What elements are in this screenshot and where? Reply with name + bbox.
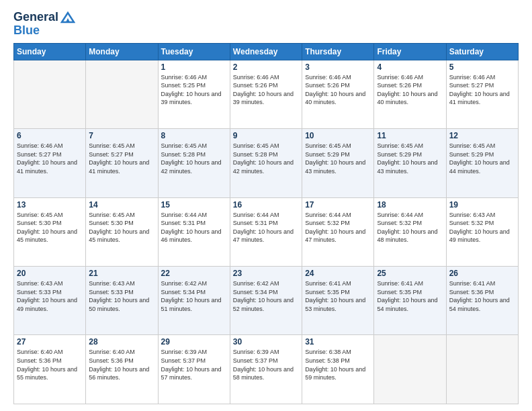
calendar-cell: 29Sunrise: 6:39 AMSunset: 5:37 PMDayligh… xyxy=(158,335,230,404)
day-info: Sunrise: 6:44 AMSunset: 5:31 PMDaylight:… xyxy=(233,211,299,244)
day-number: 8 xyxy=(161,131,227,140)
calendar-cell: 17Sunrise: 6:44 AMSunset: 5:32 PMDayligh… xyxy=(302,197,374,266)
weekday-header-thursday: Thursday xyxy=(302,43,374,60)
calendar-cell xyxy=(446,335,518,404)
calendar-table: SundayMondayTuesdayWednesdayThursdayFrid… xyxy=(13,43,519,404)
weekday-header-friday: Friday xyxy=(374,43,446,60)
calendar-cell: 19Sunrise: 6:43 AMSunset: 5:32 PMDayligh… xyxy=(446,197,518,266)
day-info: Sunrise: 6:45 AMSunset: 5:27 PMDaylight:… xyxy=(89,142,154,175)
day-number: 26 xyxy=(449,269,515,278)
calendar-week-row: 1Sunrise: 6:46 AMSunset: 5:25 PMDaylight… xyxy=(14,60,519,128)
day-number: 31 xyxy=(305,337,371,347)
calendar-cell: 7Sunrise: 6:45 AMSunset: 5:27 PMDaylight… xyxy=(86,129,158,197)
logo-general: General xyxy=(13,11,58,24)
calendar-cell: 2Sunrise: 6:46 AMSunset: 5:26 PMDaylight… xyxy=(230,60,302,128)
day-number: 4 xyxy=(377,62,443,72)
day-info: Sunrise: 6:43 AMSunset: 5:33 PMDaylight:… xyxy=(89,279,154,313)
calendar-cell: 9Sunrise: 6:45 AMSunset: 5:28 PMDaylight… xyxy=(230,129,302,197)
calendar-cell: 28Sunrise: 6:40 AMSunset: 5:36 PMDayligh… xyxy=(86,335,158,404)
day-info: Sunrise: 6:46 AMSunset: 5:27 PMDaylight:… xyxy=(17,142,83,175)
calendar-cell: 23Sunrise: 6:42 AMSunset: 5:34 PMDayligh… xyxy=(230,267,302,335)
day-info: Sunrise: 6:46 AMSunset: 5:26 PMDaylight:… xyxy=(305,73,371,107)
calendar-cell xyxy=(374,335,446,404)
day-number: 5 xyxy=(449,62,515,72)
calendar-cell: 14Sunrise: 6:45 AMSunset: 5:30 PMDayligh… xyxy=(86,197,158,266)
day-number: 19 xyxy=(449,200,515,210)
day-info: Sunrise: 6:42 AMSunset: 5:34 PMDaylight:… xyxy=(161,279,227,313)
day-info: Sunrise: 6:39 AMSunset: 5:37 PMDaylight:… xyxy=(161,348,227,381)
svg-marker-1 xyxy=(66,18,70,22)
logo-icon xyxy=(60,11,75,24)
day-info: Sunrise: 6:44 AMSunset: 5:31 PMDaylight:… xyxy=(161,211,227,244)
day-number: 29 xyxy=(161,337,227,347)
calendar-week-row: 20Sunrise: 6:43 AMSunset: 5:33 PMDayligh… xyxy=(14,267,519,335)
day-info: Sunrise: 6:40 AMSunset: 5:36 PMDaylight:… xyxy=(89,348,154,381)
day-info: Sunrise: 6:38 AMSunset: 5:38 PMDaylight:… xyxy=(305,348,371,381)
day-info: Sunrise: 6:45 AMSunset: 5:30 PMDaylight:… xyxy=(17,211,83,244)
day-info: Sunrise: 6:46 AMSunset: 5:25 PMDaylight:… xyxy=(161,73,227,107)
day-info: Sunrise: 6:41 AMSunset: 5:36 PMDaylight:… xyxy=(449,279,515,313)
calendar-week-row: 13Sunrise: 6:45 AMSunset: 5:30 PMDayligh… xyxy=(14,197,519,266)
day-info: Sunrise: 6:45 AMSunset: 5:29 PMDaylight:… xyxy=(449,142,515,175)
day-number: 28 xyxy=(89,337,154,347)
day-number: 20 xyxy=(17,269,83,278)
weekday-header-monday: Monday xyxy=(86,43,158,60)
calendar-cell: 3Sunrise: 6:46 AMSunset: 5:26 PMDaylight… xyxy=(302,60,374,128)
calendar-cell: 12Sunrise: 6:45 AMSunset: 5:29 PMDayligh… xyxy=(446,129,518,197)
day-info: Sunrise: 6:46 AMSunset: 5:26 PMDaylight:… xyxy=(377,73,443,107)
calendar-cell: 24Sunrise: 6:41 AMSunset: 5:35 PMDayligh… xyxy=(302,267,374,335)
calendar-cell: 20Sunrise: 6:43 AMSunset: 5:33 PMDayligh… xyxy=(14,267,86,335)
day-info: Sunrise: 6:43 AMSunset: 5:32 PMDaylight:… xyxy=(449,211,515,244)
day-number: 17 xyxy=(305,200,371,210)
day-info: Sunrise: 6:39 AMSunset: 5:37 PMDaylight:… xyxy=(233,348,299,381)
weekday-header-row: SundayMondayTuesdayWednesdayThursdayFrid… xyxy=(14,43,519,60)
logo-blue: Blue xyxy=(13,24,40,38)
calendar-cell: 25Sunrise: 6:41 AMSunset: 5:35 PMDayligh… xyxy=(374,267,446,335)
day-info: Sunrise: 6:45 AMSunset: 5:29 PMDaylight:… xyxy=(305,142,371,175)
logo: General Blue xyxy=(13,11,75,38)
weekday-header-wednesday: Wednesday xyxy=(230,43,302,60)
day-number: 12 xyxy=(449,131,515,140)
day-number: 18 xyxy=(377,200,443,210)
day-info: Sunrise: 6:44 AMSunset: 5:32 PMDaylight:… xyxy=(305,211,371,244)
weekday-header-saturday: Saturday xyxy=(446,43,518,60)
day-info: Sunrise: 6:44 AMSunset: 5:32 PMDaylight:… xyxy=(377,211,443,244)
day-number: 13 xyxy=(17,200,83,210)
day-number: 11 xyxy=(377,131,443,140)
calendar-cell: 22Sunrise: 6:42 AMSunset: 5:34 PMDayligh… xyxy=(158,267,230,335)
day-number: 30 xyxy=(233,337,299,347)
day-info: Sunrise: 6:40 AMSunset: 5:36 PMDaylight:… xyxy=(17,348,83,381)
day-number: 22 xyxy=(161,269,227,278)
day-info: Sunrise: 6:43 AMSunset: 5:33 PMDaylight:… xyxy=(17,279,83,313)
calendar-cell: 10Sunrise: 6:45 AMSunset: 5:29 PMDayligh… xyxy=(302,129,374,197)
calendar-cell: 4Sunrise: 6:46 AMSunset: 5:26 PMDaylight… xyxy=(374,60,446,128)
day-number: 25 xyxy=(377,269,443,278)
weekday-header-tuesday: Tuesday xyxy=(158,43,230,60)
calendar-cell xyxy=(14,60,86,128)
calendar-cell: 15Sunrise: 6:44 AMSunset: 5:31 PMDayligh… xyxy=(158,197,230,266)
calendar-cell: 8Sunrise: 6:45 AMSunset: 5:28 PMDaylight… xyxy=(158,129,230,197)
day-info: Sunrise: 6:42 AMSunset: 5:34 PMDaylight:… xyxy=(233,279,299,313)
page: General Blue SundayMondayTuesdayWednesda… xyxy=(0,0,532,411)
day-info: Sunrise: 6:45 AMSunset: 5:30 PMDaylight:… xyxy=(89,211,154,244)
day-number: 9 xyxy=(233,131,299,140)
calendar-cell: 1Sunrise: 6:46 AMSunset: 5:25 PMDaylight… xyxy=(158,60,230,128)
calendar-cell: 30Sunrise: 6:39 AMSunset: 5:37 PMDayligh… xyxy=(230,335,302,404)
weekday-header-sunday: Sunday xyxy=(14,43,86,60)
day-number: 3 xyxy=(305,62,371,72)
calendar-cell xyxy=(86,60,158,128)
day-number: 15 xyxy=(161,200,227,210)
day-number: 7 xyxy=(89,131,154,140)
header: General Blue xyxy=(13,11,519,38)
day-number: 6 xyxy=(17,131,83,140)
day-info: Sunrise: 6:46 AMSunset: 5:26 PMDaylight:… xyxy=(233,73,299,107)
day-info: Sunrise: 6:45 AMSunset: 5:29 PMDaylight:… xyxy=(377,142,443,175)
calendar-cell: 18Sunrise: 6:44 AMSunset: 5:32 PMDayligh… xyxy=(374,197,446,266)
calendar-cell: 5Sunrise: 6:46 AMSunset: 5:27 PMDaylight… xyxy=(446,60,518,128)
day-number: 16 xyxy=(233,200,299,210)
calendar-week-row: 6Sunrise: 6:46 AMSunset: 5:27 PMDaylight… xyxy=(14,129,519,197)
calendar-cell: 16Sunrise: 6:44 AMSunset: 5:31 PMDayligh… xyxy=(230,197,302,266)
day-info: Sunrise: 6:46 AMSunset: 5:27 PMDaylight:… xyxy=(449,73,515,107)
day-info: Sunrise: 6:45 AMSunset: 5:28 PMDaylight:… xyxy=(161,142,227,175)
calendar-cell: 26Sunrise: 6:41 AMSunset: 5:36 PMDayligh… xyxy=(446,267,518,335)
